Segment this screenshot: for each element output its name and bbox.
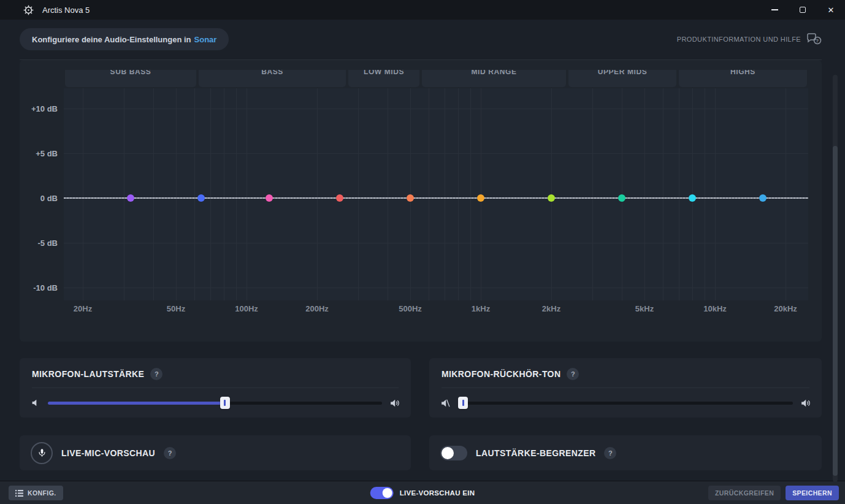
eq-frequency-tick-label: 20kHz — [774, 304, 797, 313]
eq-db-tick-label: +10 dB — [31, 104, 58, 113]
slider-thumb[interactable] — [458, 397, 468, 409]
section-divider — [442, 388, 809, 388]
product-help-button[interactable]: PRODUKTINFORMATION UND HILFE ? — [677, 32, 822, 47]
eq-band-dot[interactable] — [618, 194, 625, 202]
maximize-button[interactable] — [789, 0, 817, 20]
eq-band-dot[interactable] — [407, 194, 414, 202]
titlebar: Arctis Nova 5 ✕ — [0, 0, 845, 20]
window-controls: ✕ — [760, 0, 845, 20]
slider-thumb[interactable] — [220, 397, 230, 409]
eq-band-dot[interactable] — [127, 194, 134, 202]
limiter-help-badge[interactable]: ? — [604, 447, 616, 459]
sidetone-help-badge[interactable]: ? — [567, 368, 579, 380]
eq-band-dot[interactable] — [759, 194, 767, 202]
app-window: Arctis Nova 5 ✕ Konfiguriere deine Audio… — [0, 0, 845, 504]
eq-frequency-tick-label: 2kHz — [542, 304, 560, 313]
eq-db-axis: +10 dB+5 dB0 dB-5 dB-10 dB — [20, 88, 64, 300]
eq-gridline-vertical — [388, 88, 388, 300]
eq-band-dot[interactable] — [689, 194, 696, 202]
eq-band-header: BASS — [199, 70, 346, 87]
banner-text: Konfiguriere deine Audio-Einstellungen i… — [32, 35, 191, 44]
eq-gridline-vertical — [358, 88, 359, 300]
sonar-banner: Konfiguriere deine Audio-Einstellungen i… — [20, 28, 229, 50]
eq-gridline-vertical — [429, 88, 429, 300]
eq-gridline-horizontal — [64, 153, 808, 154]
eq-zero-line — [64, 197, 808, 199]
eq-db-tick-label: 0 dB — [40, 193, 58, 202]
eq-band-dot[interactable] — [477, 194, 484, 202]
product-help-label: PRODUKTINFORMATION UND HILFE — [677, 36, 801, 43]
config-label: KONFIG. — [28, 489, 56, 497]
eq-gridline-vertical — [470, 88, 471, 300]
chat-question-icon: ? — [806, 33, 822, 45]
scrollbar-track — [833, 75, 838, 482]
eq-gridline-vertical — [679, 88, 679, 300]
scrollbar-thumb[interactable] — [833, 146, 838, 476]
sidetone-slider[interactable] — [458, 397, 793, 409]
eq-frequency-tick-label: 50Hz — [167, 304, 185, 313]
eq-gridline-vertical — [153, 88, 154, 300]
eq-frequency-tick-label: 5kHz — [635, 304, 654, 313]
eq-gridline-vertical — [786, 88, 786, 300]
live-mic-title: LIVE-MIC-VORSCHAU — [61, 448, 155, 458]
close-icon: ✕ — [828, 6, 835, 14]
speaker-high-icon — [389, 398, 400, 408]
revert-button[interactable]: ZURÜCKGREIFEN — [708, 486, 781, 500]
eq-gridline-vertical — [247, 88, 247, 300]
eq-band-dot[interactable] — [336, 194, 343, 202]
eq-band-header: LOW MIDS — [348, 70, 419, 87]
steelseries-logo-icon — [23, 5, 34, 15]
eq-band-header: HIGHS — [679, 70, 807, 87]
live-preview-toggle[interactable] — [370, 487, 394, 499]
limiter-title: LAUTSTÄRKE-BEGRENZER — [476, 448, 595, 458]
speaker-high-icon — [800, 398, 811, 408]
sonar-link[interactable]: Sonar — [194, 35, 217, 44]
eq-gridline-vertical — [663, 88, 663, 300]
sidetone-section: MIKROFON-RÜCKHÖR-TON ? — [429, 358, 822, 418]
eq-frequency-tick-label: 200Hz — [305, 304, 329, 313]
eq-frequency-tick-label: 20Hz — [74, 304, 92, 313]
eq-band-header: MID RANGE — [422, 70, 566, 87]
mic-volume-slider[interactable] — [48, 397, 382, 409]
eq-gridline-horizontal — [64, 243, 808, 243]
limiter-toggle[interactable] — [440, 446, 467, 460]
eq-plot — [64, 88, 808, 300]
eq-gridline-vertical — [83, 88, 83, 300]
minimize-icon — [771, 9, 778, 10]
eq-db-tick-label: -5 dB — [38, 238, 58, 247]
eq-band-dot[interactable] — [197, 194, 205, 202]
eq-gridline-vertical — [715, 88, 716, 300]
window-title: Arctis Nova 5 — [42, 6, 90, 15]
eq-gridline-vertical — [194, 88, 195, 300]
toggle-knob — [383, 488, 392, 498]
eq-band-dot[interactable] — [548, 194, 555, 202]
eq-gridline-vertical — [317, 88, 318, 300]
live-preview-label: LIVE-VORSCHAU EIN — [400, 489, 475, 497]
eq-band-dot[interactable] — [266, 194, 273, 202]
eq-gridline-vertical — [644, 88, 645, 300]
eq-band-headers: SUB BASSBASSLOW MIDSMID RANGEUPPER MIDSH… — [64, 70, 808, 88]
live-mic-preview-button[interactable] — [31, 442, 53, 464]
eq-gridline-vertical — [705, 88, 705, 300]
save-button[interactable]: SPEICHERN — [786, 486, 839, 500]
maximize-icon — [800, 7, 806, 13]
eq-band-header: UPPER MIDS — [568, 70, 676, 87]
section-divider — [32, 388, 399, 388]
eq-frequency-tick-label: 100Hz — [235, 304, 258, 313]
close-button[interactable]: ✕ — [817, 0, 845, 20]
eq-frequency-axis: 20Hz50Hz100Hz200Hz500Hz1kHz2kHz5kHz10kHz… — [64, 304, 808, 315]
mic-volume-help-badge[interactable]: ? — [150, 368, 162, 380]
live-mic-help-badge[interactable]: ? — [164, 447, 176, 459]
footer-bar: KONFIG. LIVE-VORSCHAU EIN ZURÜCKGREIFEN … — [0, 481, 845, 504]
eq-gridline-vertical — [176, 88, 177, 300]
config-button[interactable]: KONFIG. — [9, 486, 63, 500]
mic-volume-title: MIKROFON-LAUTSTÄRKE — [32, 369, 144, 379]
eq-frequency-tick-label: 10kHz — [703, 304, 727, 313]
slider-track[interactable] — [458, 402, 793, 405]
eq-gridline-vertical — [458, 88, 459, 300]
list-icon — [15, 490, 23, 497]
minimize-button[interactable] — [760, 0, 789, 20]
eq-band-header: SUB BASS — [65, 70, 196, 87]
sidetone-title: MIKROFON-RÜCKHÖR-TON — [442, 369, 560, 379]
eq-gridline-horizontal — [64, 288, 808, 288]
